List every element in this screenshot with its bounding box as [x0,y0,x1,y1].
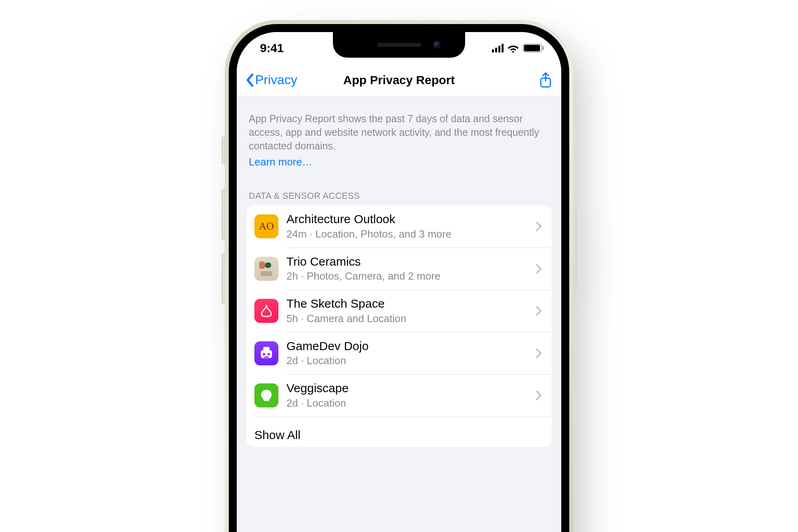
notch [333,32,465,58]
chevron-right-icon [536,221,544,232]
app-row-architecture-outlook[interactable]: AO Architecture Outlook 24m · Location, … [246,205,552,248]
app-row-trio-ceramics[interactable]: Trio Ceramics 2h · Photos, Camera, and 2… [246,248,552,290]
status-time: 9:41 [260,41,284,55]
battery-icon [523,44,542,52]
app-name: Architecture Outlook [286,212,532,226]
back-label: Privacy [255,73,297,87]
wifi-icon [508,44,519,52]
front-camera [433,41,441,49]
svg-point-5 [263,353,265,355]
app-name: Veggiscape [286,381,532,395]
chevron-right-icon [536,264,544,274]
app-icon-the-sketch-space [254,299,278,323]
data-sensor-access-table: AO Architecture Outlook 24m · Location, … [246,205,552,447]
screen: 9:41 [237,32,561,532]
app-icon-gamedev-dojo [254,341,278,365]
app-icon-trio-ceramics [254,257,278,281]
app-name: Trio Ceramics [286,255,532,269]
show-all-row[interactable]: Show All [246,417,552,447]
app-detail: 24m · Location, Photos, and 3 more [286,228,532,240]
app-name: The Sketch Space [286,297,532,311]
chevron-right-icon [536,348,544,359]
page-title: App Privacy Report [343,64,455,96]
app-name: GameDev Dojo [286,339,532,353]
app-detail: 2d · Location [286,397,532,409]
navigation-bar: Privacy App Privacy Report [237,64,561,96]
iphone-device-frame: 9:41 [225,20,573,532]
svg-point-6 [268,353,270,355]
app-row-gamedev-dojo[interactable]: GameDev Dojo 2d · Location [246,332,552,375]
intro-text: App Privacy Report shows the past 7 days… [237,112,561,155]
chevron-left-icon [246,73,254,87]
svg-rect-1 [259,262,265,269]
show-all-label: Show All [254,428,544,442]
cellular-signal-icon [492,44,504,52]
chevron-right-icon [536,390,544,401]
section-header: DATA & SENSOR ACCESS [237,168,561,205]
learn-more-link[interactable]: Learn more… [237,155,561,168]
app-detail: 2d · Location [286,355,532,367]
share-button[interactable] [539,72,552,89]
svg-rect-2 [261,271,272,276]
app-row-the-sketch-space[interactable]: The Sketch Space 5h · Camera and Locatio… [246,290,552,332]
app-row-veggiscape[interactable]: Veggiscape 2d · Location [246,374,552,417]
svg-rect-7 [264,357,269,358]
content[interactable]: App Privacy Report shows the past 7 days… [237,96,561,532]
earpiece-speaker [377,43,421,47]
app-icon-veggiscape [254,383,278,407]
app-icon-architecture-outlook: AO [254,214,278,238]
app-detail: 5h · Camera and Location [286,312,532,325]
app-detail: 2h · Photos, Camera, and 2 more [286,270,532,282]
share-icon [539,72,552,89]
chevron-right-icon [536,306,544,316]
svg-rect-4 [263,347,270,350]
back-button[interactable]: Privacy [246,73,297,87]
